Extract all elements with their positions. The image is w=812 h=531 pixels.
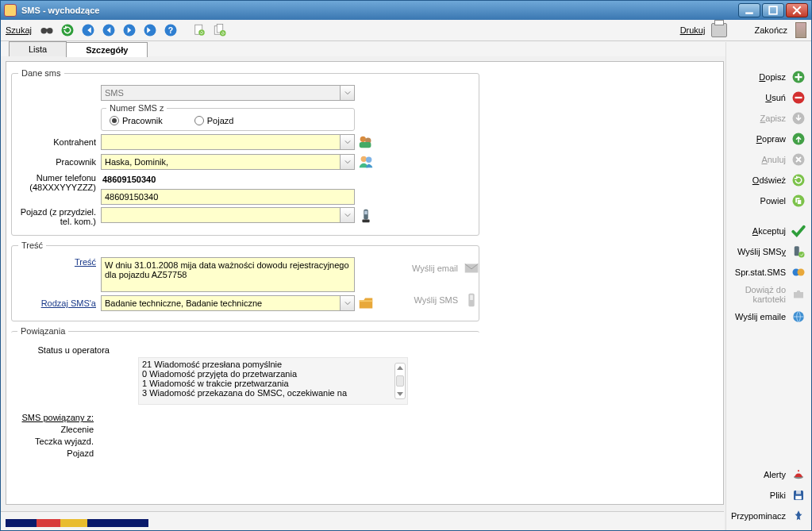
svg-rect-38 — [795, 246, 799, 256]
nav-next-icon[interactable] — [121, 21, 138, 39]
scrollbar[interactable] — [394, 363, 406, 399]
kontrahent-input[interactable] — [101, 134, 355, 150]
wyslij-smsy-button[interactable]: Wyślij SMSy — [729, 242, 808, 261]
tab-lista[interactable]: Lista — [9, 41, 67, 56]
list-item: 1 Wiadomość w trakcie przetwarzania — [142, 379, 404, 388]
svg-rect-1 — [769, 6, 777, 14]
wyslij-emaile-button[interactable]: Wyślij emaile — [729, 307, 808, 326]
rodzaj-label[interactable]: Rodzaj SMS'a — [18, 298, 101, 308]
users-icon[interactable] — [355, 153, 377, 171]
popraw-button[interactable]: Popraw — [729, 129, 808, 148]
pojazd-label: Pojazd (z przydziel.tel. kom.) — [18, 207, 101, 226]
svg-point-43 — [797, 291, 801, 294]
people-icon[interactable] — [355, 133, 377, 151]
refresh-circle-icon[interactable] — [59, 21, 76, 39]
svg-point-17 — [360, 137, 366, 142]
svg-point-13 — [198, 29, 205, 36]
chevron-down-icon[interactable] — [340, 296, 354, 310]
close-button[interactable] — [786, 3, 808, 17]
tabs: Lista Szczegóły — [1, 41, 811, 56]
spr-stat-button[interactable]: Spr.stat.SMS — [729, 263, 808, 282]
nav-first-icon[interactable] — [79, 21, 97, 39]
radio-pracownik[interactable]: Pracownik — [110, 116, 163, 125]
powiel-button[interactable]: Powiel — [729, 191, 808, 210]
svg-rect-30 — [795, 97, 802, 98]
tresc-label[interactable]: Treść — [18, 257, 101, 267]
radio-pojazd[interactable]: Pojazd — [194, 116, 234, 125]
sms-send-icon — [791, 244, 806, 260]
print-label[interactable]: Drukuj — [680, 25, 706, 35]
zapisz-button[interactable]: Zapisz — [729, 109, 808, 128]
tab-szczegoly[interactable]: Szczegóły — [66, 42, 148, 57]
radio-dot-icon — [110, 116, 119, 125]
plus-circle-icon — [791, 69, 806, 85]
search-label[interactable]: Szukaj — [6, 25, 32, 35]
group-dane-sms: Dane sms SMS Numer SMS z Pracownik — [11, 68, 479, 236]
svg-rect-24 — [364, 211, 368, 215]
up-circle-icon — [791, 131, 806, 147]
svg-rect-49 — [795, 496, 802, 500]
nav-last-icon[interactable] — [141, 21, 159, 39]
odswiez-button[interactable]: Odśwież — [729, 171, 808, 190]
list-item: 3 Wiadomość przekazana do SMSC, oczekiwa… — [142, 388, 404, 398]
color-band — [6, 519, 148, 527]
pliki-button[interactable]: Pliki — [729, 486, 808, 505]
send-email-button[interactable]: Wyślij email — [377, 260, 480, 277]
status-list[interactable]: 21 Wiadomość przesłana pomyślnie 0 Wiado… — [138, 357, 408, 405]
linked-pojazd: Pojazd — [11, 448, 98, 458]
chevron-down-icon[interactable] — [340, 208, 354, 222]
chevron-down-icon[interactable] — [340, 86, 354, 100]
rodzaj-input[interactable]: Badanie techniczne, Badanie techniczne — [101, 295, 355, 311]
svg-point-34 — [793, 175, 805, 187]
docs-refresh-icon[interactable] — [211, 21, 229, 39]
list-item: 0 Wiadomość przyjęta do przetwarzania — [142, 369, 404, 379]
linked-teczka: Teczka wyjazd. — [11, 437, 98, 446]
svg-point-5 — [62, 25, 74, 37]
printer-icon[interactable] — [711, 23, 727, 37]
phone-icon[interactable] — [355, 207, 377, 225]
status-mix-icon — [791, 264, 806, 280]
status-bar — [1, 511, 724, 530]
titlebar: SMS - wychodzące — [1, 1, 811, 20]
przypominacz-button[interactable]: Przypominacz — [729, 506, 808, 525]
scroll-thumb[interactable] — [396, 375, 404, 387]
minimize-button[interactable] — [738, 3, 760, 17]
mobile-icon — [463, 291, 480, 309]
svg-rect-0 — [745, 12, 753, 13]
group-tresc-label: Treść — [18, 240, 46, 250]
send-sms-button[interactable]: Wyślij SMS — [377, 291, 480, 309]
folder-icon[interactable] — [355, 294, 377, 312]
usun-button[interactable]: Usuń — [729, 88, 808, 107]
exit-icon[interactable] — [795, 22, 806, 38]
doc-refresh-icon[interactable] — [190, 21, 208, 39]
binoculars-icon[interactable] — [38, 21, 56, 39]
kontrahent-label: Kontrahent — [18, 137, 101, 147]
chevron-down-icon[interactable] — [340, 135, 354, 149]
akceptuj-button[interactable]: Akceptuj — [729, 221, 808, 240]
alerty-button[interactable]: Alerty — [729, 465, 808, 484]
svg-rect-48 — [796, 491, 801, 494]
svg-rect-19 — [360, 142, 371, 148]
scroll-up-icon[interactable] — [397, 366, 403, 370]
minus-circle-icon — [791, 90, 806, 106]
svg-rect-27 — [470, 295, 473, 300]
scroll-down-icon[interactable] — [397, 392, 403, 396]
list-item: 21 Wiadomość przesłana pomyślnie — [142, 360, 404, 369]
toolbar: Szukaj ? Drukuj Zakończ — [1, 20, 811, 41]
tresc-textarea[interactable]: W dniu 31.01.2008 mija data ważności dow… — [101, 257, 355, 292]
svg-rect-23 — [362, 220, 369, 223]
group-numer-sms: Numer SMS z Pracownik Pojazd — [101, 103, 355, 131]
help-icon[interactable]: ? — [162, 21, 179, 39]
group-numer-label: Numer SMS z — [106, 103, 167, 113]
dopisz-button[interactable]: Dopisz — [729, 67, 808, 87]
pojazd-input[interactable] — [101, 207, 355, 223]
telefon-input[interactable]: 48609150340 — [101, 189, 355, 205]
dowiaz-button[interactable]: Dowiąż dokartoteki — [729, 283, 808, 306]
sms-type-select[interactable]: SMS — [101, 85, 355, 101]
pracownik-input[interactable]: Haska, Dominik, — [101, 154, 355, 170]
chevron-down-icon[interactable] — [340, 155, 354, 169]
exit-label[interactable]: Zakończ — [754, 25, 787, 35]
maximize-button[interactable] — [762, 3, 784, 17]
anuluj-button[interactable]: Anuluj — [729, 150, 808, 169]
nav-prev-icon[interactable] — [100, 21, 117, 39]
